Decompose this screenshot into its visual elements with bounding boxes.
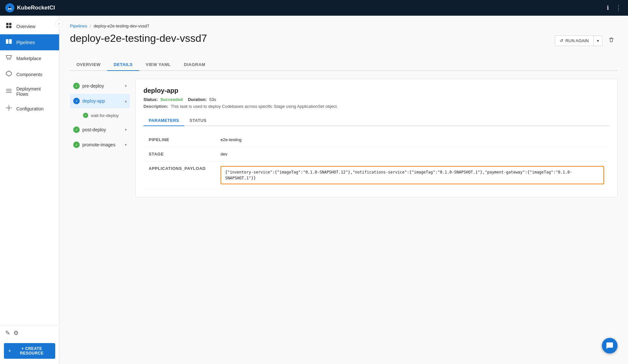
tab-diagram[interactable]: DIAGRAM	[177, 59, 212, 71]
sidebar-collapse-button[interactable]: ‹	[55, 20, 63, 27]
configuration-icon	[5, 105, 12, 113]
params-table: PIPELINE e2e-testing STAGE dev APPLICATI…	[143, 133, 609, 189]
chat-icon	[606, 342, 614, 350]
run-again-dropdown-button[interactable]: ▾	[594, 36, 603, 46]
trash-icon	[608, 37, 614, 43]
svg-point-8	[8, 59, 8, 60]
step-deploy-app-left: ✓ deploy-app	[73, 98, 105, 104]
info-button[interactable]: ℹ	[605, 3, 610, 13]
deployment-flows-icon	[5, 88, 12, 96]
chevron-down-icon-2: ▾	[125, 127, 127, 132]
duration-label: Duration:	[188, 97, 207, 102]
sidebar-item-overview-label: Overview	[16, 24, 35, 29]
topbar-actions: ℹ ⋮	[605, 3, 623, 13]
main-tabs: OVERVIEW DETAILS VIEW YAML DIAGRAM	[70, 59, 618, 71]
page-title: deploy-e2e-testing-dev-vssd7	[70, 32, 207, 44]
sidebar-item-components[interactable]: Components	[0, 66, 59, 82]
sub-tab-parameters[interactable]: PARAMETERS	[143, 115, 184, 126]
create-resource-button[interactable]: + + CREATE RESOURCE	[4, 343, 55, 359]
step-pre-deploy[interactable]: ✓ pre-deploy ▾	[70, 79, 130, 93]
app-title: KubeRocketCI	[17, 5, 55, 11]
step-wait-for-deploy-label: wait-for-deploy	[91, 113, 119, 118]
chevron-down-icon: ▾	[125, 84, 127, 88]
svg-point-1	[9, 7, 11, 8]
step-promote-images-label: promote-images	[82, 142, 115, 147]
step-deploy-app[interactable]: ✓ deploy-app ▴	[70, 94, 130, 108]
sidebar-item-deployment-flows-label: Deployment Flows	[16, 86, 54, 97]
sidebar-item-overview[interactable]: Overview	[0, 18, 59, 34]
description-label: Description:	[143, 104, 168, 109]
steps-panel: ✓ pre-deploy ▾ ✓ deploy-app ▴	[70, 79, 135, 197]
chevron-up-icon: ▴	[125, 99, 127, 103]
step-post-deploy[interactable]: ✓ post-deploy ▾	[70, 123, 130, 137]
sidebar-item-marketplace-label: Marketplace	[16, 56, 41, 61]
applications-payload-value: {"inventory-service":{"imageTag":"0.1.0-…	[221, 166, 604, 184]
detail-layout: ✓ pre-deploy ▾ ✓ deploy-app ▴	[70, 79, 618, 197]
detail-card-title: deploy-app	[143, 87, 609, 94]
svg-rect-7	[9, 39, 12, 44]
step-wait-for-deploy[interactable]: ✓ wait-for-deploy	[70, 109, 130, 122]
svg-point-14	[8, 107, 10, 109]
description-value: This task is used to deploy Codebases ac…	[171, 104, 338, 109]
step-pre-deploy-left: ✓ pre-deploy	[73, 83, 104, 89]
breadcrumb-current: deploy-e2e-testing-dev-vssd7	[93, 24, 149, 28]
detail-description: Description: This task is used to deploy…	[143, 104, 609, 109]
param-key-pipeline: PIPELINE	[143, 133, 215, 147]
run-again-label: RUN AGAIN	[565, 38, 589, 43]
breadcrumb: Pipelines / deploy-e2e-testing-dev-vssd7	[70, 24, 618, 28]
status-label: Status:	[143, 97, 158, 102]
svg-rect-5	[9, 26, 11, 28]
chat-fab-container	[602, 338, 618, 354]
param-value-pipeline: e2e-testing	[215, 133, 609, 147]
marketplace-icon	[5, 54, 12, 62]
create-resource-label: + CREATE RESOURCE	[13, 346, 51, 356]
delete-button[interactable]	[605, 35, 618, 46]
sidebar-item-pipelines[interactable]: Pipelines	[0, 34, 59, 50]
tab-overview[interactable]: OVERVIEW	[70, 59, 107, 71]
sidebar-item-components-label: Components	[16, 72, 42, 77]
step-post-deploy-label: post-deploy	[82, 127, 106, 132]
step-post-deploy-check: ✓	[73, 126, 80, 133]
table-row: STAGE dev	[143, 147, 609, 161]
sidebar-bottom: ✎ ⚙	[0, 325, 59, 340]
plus-icon: +	[8, 349, 11, 353]
sub-tabs: PARAMETERS STATUS	[143, 115, 609, 126]
step-promote-images-left: ✓ promote-images	[73, 141, 115, 148]
sidebar-item-configuration[interactable]: Configuration	[0, 101, 59, 117]
chevron-down-icon-3: ▾	[125, 142, 127, 147]
table-row: PIPELINE e2e-testing	[143, 133, 609, 147]
refresh-icon: ↺	[560, 38, 563, 43]
sub-tab-status[interactable]: STATUS	[184, 115, 212, 126]
run-again-button[interactable]: ↺ RUN AGAIN	[555, 35, 594, 46]
tab-details[interactable]: DETAILS	[107, 59, 139, 71]
detail-card: deploy-app Status: Succeeded Duration: 5…	[135, 79, 618, 197]
settings-icon[interactable]: ⚙	[13, 329, 19, 337]
sidebar-nav: Overview Pipelines Marketplace Component…	[0, 16, 59, 325]
breadcrumb-separator: /	[90, 24, 91, 28]
step-promote-images-check: ✓	[73, 141, 80, 148]
svg-rect-2	[6, 23, 8, 25]
main-layout: ‹ Overview Pipelines Marketplace	[0, 16, 628, 364]
step-promote-images[interactable]: ✓ promote-images ▾	[70, 138, 130, 152]
pipelines-icon	[5, 38, 12, 46]
param-key-stage: STAGE	[143, 147, 215, 161]
step-deploy-app-label: deploy-app	[82, 98, 105, 104]
step-pre-deploy-check: ✓	[73, 83, 80, 89]
chat-fab-button[interactable]	[602, 338, 618, 354]
breadcrumb-parent-link[interactable]: Pipelines	[70, 24, 87, 28]
step-deploy-app-check: ✓	[73, 98, 80, 104]
status-value: Succeeded	[160, 97, 183, 102]
step-pre-deploy-label: pre-deploy	[82, 83, 104, 89]
param-value-applications: {"inventory-service":{"imageTag":"0.1.0-…	[215, 161, 609, 189]
step-wait-for-deploy-check: ✓	[83, 113, 88, 118]
sidebar-item-deployment-flows[interactable]: Deployment Flows	[0, 82, 59, 101]
svg-point-9	[9, 59, 10, 60]
svg-marker-10	[6, 71, 11, 76]
sidebar-item-configuration-label: Configuration	[16, 106, 43, 111]
tab-view-yaml[interactable]: VIEW YAML	[139, 59, 177, 71]
more-menu-button[interactable]: ⋮	[614, 3, 623, 13]
param-key-applications: APPLICATIONS_PAYLOAD	[143, 161, 215, 189]
edit-icon[interactable]: ✎	[5, 329, 10, 337]
sidebar-item-marketplace[interactable]: Marketplace	[0, 50, 59, 66]
param-value-stage: dev	[215, 147, 609, 161]
